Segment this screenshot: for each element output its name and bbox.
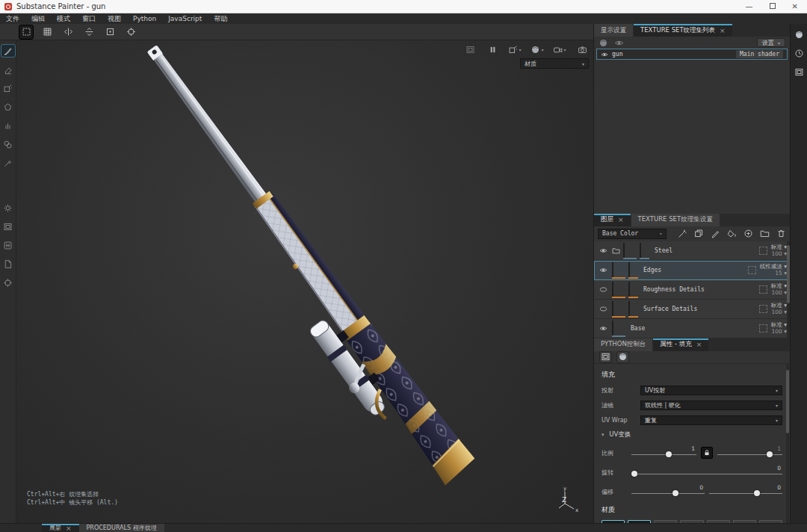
camera-icon[interactable] xyxy=(575,43,589,56)
layer-row-edges[interactable]: Edges 线性减淡 ▾ 15 ▾ xyxy=(594,261,790,280)
clone-icon[interactable] xyxy=(1,138,15,150)
offset-slider-x[interactable]: 0 xyxy=(631,486,705,498)
layer-mask-thumbnail[interactable] xyxy=(640,243,641,259)
menu-file[interactable]: 文件 xyxy=(6,14,19,24)
blend-mode[interactable]: 线性减淡 ▾ xyxy=(760,263,787,270)
menu-help[interactable]: 帮助 xyxy=(214,14,227,24)
close-button[interactable]: ✕ xyxy=(792,0,798,13)
settings-target-icon[interactable] xyxy=(1,276,15,288)
shelf-sphere-icon[interactable] xyxy=(794,30,804,40)
material-panel-icon[interactable] xyxy=(600,352,611,362)
eye-icon[interactable] xyxy=(601,51,608,58)
menu-view[interactable]: 视图 xyxy=(108,14,121,24)
uv-wrap-dropdown[interactable]: 重复 ▾ xyxy=(640,415,782,425)
close-icon[interactable] xyxy=(696,341,702,348)
uv-transform-header[interactable]: ▾ UV变换 xyxy=(602,430,782,439)
opacity-value[interactable]: 15 ▾ xyxy=(775,270,787,276)
tab-display-settings[interactable]: 显示设置 xyxy=(594,24,634,37)
tab-properties-fill[interactable]: 属性 - 填充 xyxy=(653,338,709,351)
layer-mask-thumbnail[interactable] xyxy=(628,262,630,278)
stack-icon[interactable] xyxy=(694,229,704,238)
pause-icon[interactable] xyxy=(486,43,499,56)
opacity-value[interactable]: 100 ▾ xyxy=(772,309,787,315)
layer-row-surface-details[interactable]: Surface Details 标准 ▾ 100 ▾ xyxy=(594,300,790,319)
scale-slider-x[interactable]: 1 xyxy=(631,447,696,459)
texture-set-shader[interactable]: Main shader xyxy=(736,50,783,58)
opacity-value[interactable]: 100 ▾ xyxy=(772,289,787,296)
render-toggle-icon[interactable] xyxy=(463,43,477,56)
viewport-3d[interactable]: ▾ ▾ ▾ 材质 ▾ Ctrl+Alt+右 纹理集选择 Ctrl+Alt+中 镜… xyxy=(16,40,593,523)
filter-sphere-icon[interactable] xyxy=(599,38,608,48)
symmetry-y-icon[interactable] xyxy=(82,25,96,39)
folder-icon[interactable] xyxy=(612,247,620,255)
grid-select-icon[interactable] xyxy=(19,25,33,39)
layer-row-base[interactable]: Base 标准 ▾ 100 ▾ xyxy=(594,319,790,338)
lock-icon[interactable] xyxy=(701,447,713,459)
opacity-value[interactable]: 100 ▾ xyxy=(772,250,787,257)
target-gear-icon[interactable] xyxy=(124,25,137,39)
visibility-eye-off-icon[interactable] xyxy=(597,285,609,294)
visibility-eye-icon[interactable] xyxy=(597,324,609,332)
menu-javascript[interactable]: JavaScript xyxy=(168,15,202,22)
frame-icon[interactable] xyxy=(103,25,117,39)
close-icon[interactable] xyxy=(66,525,72,532)
gun-model-render[interactable] xyxy=(16,40,593,523)
maximize-button[interactable] xyxy=(770,3,776,9)
close-icon[interactable] xyxy=(720,27,726,34)
view-mode-dropdown[interactable]: 材质 ▾ xyxy=(520,58,589,69)
tab-layers[interactable]: 图层 xyxy=(594,214,631,226)
layer-link-box[interactable] xyxy=(759,247,767,255)
gear-icon[interactable] xyxy=(1,202,15,214)
layer-thumbnail[interactable] xyxy=(612,321,613,336)
layer-row-roughness-details[interactable]: Roughness Details 标准 ▾ 100 ▾ xyxy=(594,280,790,300)
opacity-value[interactable]: 100 ▾ xyxy=(772,328,787,335)
blend-mode[interactable]: 标准 ▾ xyxy=(771,244,787,250)
layer-row-steel[interactable]: Steel 标准 ▾ 100 ▾ xyxy=(594,241,790,261)
rotation-slider[interactable]: 0 xyxy=(631,466,782,478)
menu-python[interactable]: Python xyxy=(133,15,156,22)
layer-link-box[interactable] xyxy=(759,285,767,294)
material-picker-icon[interactable] xyxy=(1,157,15,169)
wand-icon[interactable] xyxy=(678,229,687,238)
projection-dropdown[interactable]: UV投射 ▾ xyxy=(640,386,782,395)
pen-icon[interactable] xyxy=(711,229,720,238)
bucket-icon[interactable] xyxy=(727,229,737,238)
layers-scrollbar[interactable] xyxy=(787,241,790,338)
blend-mode[interactable]: 标准 ▾ xyxy=(771,302,787,309)
trash-icon[interactable] xyxy=(776,229,786,238)
eraser-icon[interactable] xyxy=(1,64,15,75)
blend-mode[interactable]: 标准 ▾ xyxy=(771,321,787,328)
projection-icon[interactable] xyxy=(1,82,15,94)
close-icon[interactable] xyxy=(618,216,624,223)
folder-icon[interactable] xyxy=(760,229,770,238)
panel-icon[interactable] xyxy=(794,67,804,77)
layer-mask-thumbnail[interactable] xyxy=(628,282,630,297)
tab-texture-set-settings[interactable]: TEXTURE SET纹理集设置 xyxy=(631,214,720,226)
video-dropdown-icon[interactable]: ▾ xyxy=(553,43,566,56)
shortcut-h-icon[interactable] xyxy=(1,239,15,251)
layer-thumbnail[interactable] xyxy=(612,262,613,278)
document-icon[interactable] xyxy=(1,258,15,270)
smudge-icon[interactable] xyxy=(1,120,15,132)
filter-dropdown[interactable]: 双线性 | 硬化 ▾ xyxy=(640,400,782,410)
visibility-eye-off-icon[interactable] xyxy=(597,305,609,313)
layer-link-box[interactable] xyxy=(759,324,767,332)
texture-set-row[interactable]: gun Main shader xyxy=(596,49,788,60)
menu-mode[interactable]: 模式 xyxy=(57,14,70,24)
visibility-eye-icon[interactable] xyxy=(597,266,609,274)
layer-thumbnail[interactable] xyxy=(612,301,613,317)
paint-brush-icon[interactable] xyxy=(1,45,15,57)
scale-slider-y[interactable]: 1 xyxy=(717,447,782,459)
grid-icon[interactable] xyxy=(40,25,54,39)
symmetry-x-icon[interactable] xyxy=(61,25,75,39)
layer-mask-thumbnail[interactable] xyxy=(628,301,630,317)
settings-dropdown-button[interactable]: 设置 ▾ xyxy=(757,38,785,47)
layer-thumbnail[interactable] xyxy=(612,282,613,297)
tab-texture-set-list[interactable]: TEXTURE SET纹理集列表 xyxy=(634,24,733,37)
filter-eye-icon[interactable] xyxy=(614,38,624,48)
layer-link-box[interactable] xyxy=(748,266,756,274)
polygon-fill-icon[interactable] xyxy=(1,101,15,113)
material-sphere-icon[interactable] xyxy=(617,352,628,362)
sphere-dropdown-icon[interactable]: ▾ xyxy=(531,43,544,56)
panel-toggle-icon[interactable] xyxy=(1,220,15,232)
